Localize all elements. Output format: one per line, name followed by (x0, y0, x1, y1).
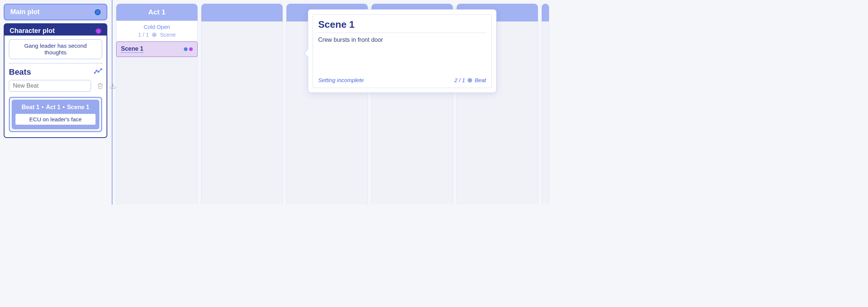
popover-beat-count: 2 / 1 (454, 77, 465, 83)
character-plot-body: Gang leader has second thoughts Beats (4, 36, 107, 138)
character-plot-description[interactable]: Gang leader has second thoughts (9, 39, 102, 59)
scene-name: Scene 1 (121, 45, 143, 53)
trash-icon[interactable] (97, 82, 104, 89)
chart-line-icon[interactable] (94, 68, 102, 76)
character-plot-label: Character plot (10, 27, 55, 35)
plot-dot-blue (184, 47, 188, 51)
svg-point-1 (96, 70, 97, 71)
scene-popover: Scene 1 Crew bursts in front door Settin… (308, 9, 497, 93)
svg-point-3 (101, 69, 102, 70)
vertical-divider (112, 0, 112, 205)
new-beat-input[interactable] (9, 80, 91, 92)
scene-tile[interactable]: Scene 1 (116, 41, 198, 57)
target-icon (467, 78, 472, 83)
popover-title[interactable]: Scene 1 (318, 19, 486, 33)
target-icon (152, 32, 157, 37)
scene-plot-dots (184, 47, 193, 51)
beats-title: Beats (9, 67, 31, 77)
beat-card[interactable]: Beat 1•Act 1•Scene 1 ECU on leader's fac… (9, 97, 102, 132)
beat-description[interactable]: ECU on leader's face (15, 114, 96, 125)
beat-breadcrumb: Beat 1•Act 1•Scene 1 (15, 104, 96, 111)
act-header[interactable]: Act 1 (116, 4, 198, 21)
act-column-1: Act 1 Cold Open 1 / 1 Scene Scene 1 (116, 4, 198, 205)
sidebar: Main plot Character plot Gang leader has… (0, 0, 111, 205)
act-scene-count: 1 / 1 (138, 31, 149, 38)
act-column-body[interactable] (201, 21, 283, 205)
popover-body[interactable]: Crew bursts in front door (318, 37, 486, 55)
act-header-empty[interactable] (201, 4, 283, 21)
act-column-body[interactable] (542, 21, 549, 205)
act-subheader: Cold Open 1 / 1 Scene (116, 21, 198, 41)
board: Act 1 Cold Open 1 / 1 Scene Scene 1 (113, 0, 579, 205)
main-plot-color-dot (95, 9, 101, 15)
popover-setting-status[interactable]: Setting incomplete (318, 77, 364, 83)
svg-point-10 (470, 80, 470, 81)
act-column-body[interactable] (116, 57, 198, 205)
plot-dot-purple (189, 47, 193, 51)
character-plot-color-dot (95, 28, 101, 34)
svg-point-7 (154, 34, 155, 35)
main-plot-label: Main plot (10, 8, 40, 16)
svg-point-0 (94, 72, 95, 74)
character-plot-section: Character plot Gang leader has second th… (4, 23, 107, 138)
act-subtitle: Cold Open (117, 24, 197, 30)
act-column-6-partial (542, 4, 549, 205)
act-header-empty[interactable] (542, 4, 549, 21)
svg-point-2 (98, 71, 99, 72)
divider (9, 63, 102, 64)
act-column-2 (201, 4, 283, 205)
act-unit-label: Scene (160, 31, 176, 38)
popover-unit-label: Beat (475, 77, 486, 83)
main-plot-header[interactable]: Main plot (4, 4, 107, 20)
